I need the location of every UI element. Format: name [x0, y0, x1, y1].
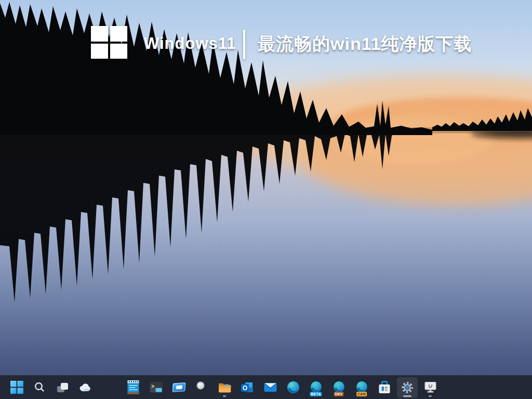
- edge-button[interactable]: [283, 377, 303, 398]
- edge-dev-button[interactable]: DEV: [328, 377, 349, 398]
- widgets-cloud-icon: [78, 381, 92, 394]
- settings-gear-icon: [401, 381, 414, 394]
- start-button[interactable]: [6, 377, 27, 398]
- edge-canary-badge: CAN: [356, 392, 367, 396]
- mail-button[interactable]: [260, 377, 281, 398]
- outlook-icon: O: [241, 381, 254, 394]
- magnifier-icon: [195, 381, 208, 394]
- store-icon: [378, 381, 391, 394]
- settings-button[interactable]: [397, 377, 418, 398]
- wallpaper-image: [0, 0, 532, 399]
- edge-icon: [287, 381, 300, 394]
- terminal-icon: >: [150, 381, 163, 394]
- file-explorer-icon: [218, 381, 231, 393]
- notepad-icon: [127, 380, 139, 394]
- desktop: Windows11 最流畅的win11纯净版下载: [0, 0, 532, 399]
- notepad-button[interactable]: [123, 377, 143, 398]
- media-player-button[interactable]: [168, 377, 189, 398]
- store-button[interactable]: [374, 377, 395, 398]
- terminal-prompt-glyph: >: [151, 384, 154, 390]
- edge-canary-button[interactable]: CAN: [351, 377, 372, 398]
- magnifier-button[interactable]: [191, 377, 212, 398]
- edge-dev-badge: DEV: [334, 392, 344, 396]
- terminal-button[interactable]: >: [145, 377, 166, 398]
- start-icon: [10, 381, 23, 394]
- taskbar-spacer: [98, 377, 121, 398]
- media-player-icon: [172, 382, 185, 392]
- running-indicator: [223, 395, 226, 397]
- widgets-button[interactable]: [75, 377, 96, 398]
- task-view-button[interactable]: [52, 377, 73, 398]
- search-button[interactable]: [29, 377, 50, 398]
- outlook-letter: O: [243, 384, 247, 391]
- edge-beta-badge: BETA: [310, 392, 322, 396]
- file-explorer-button[interactable]: [214, 377, 235, 398]
- outlook-button[interactable]: O: [237, 377, 258, 398]
- taskbar: >: [0, 375, 532, 399]
- mail-icon: [264, 381, 277, 394]
- search-icon: [33, 381, 46, 394]
- monitor-icon: [424, 381, 437, 394]
- task-view-icon: [56, 381, 69, 394]
- running-indicator: [429, 395, 432, 397]
- monitor-button[interactable]: [420, 377, 441, 398]
- active-indicator: [403, 395, 411, 397]
- edge-beta-button[interactable]: BETA: [305, 377, 326, 398]
